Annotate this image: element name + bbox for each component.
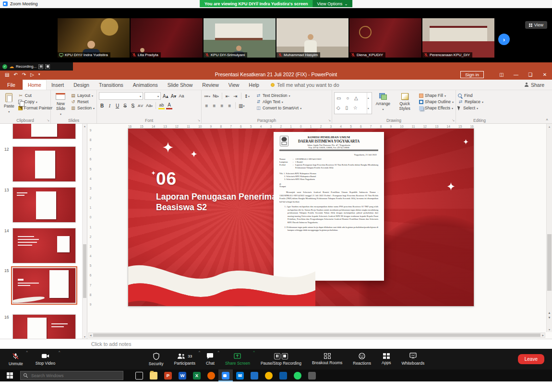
whiteboards-button[interactable]: Whiteboards bbox=[401, 349, 424, 369]
dialog-launcher-icon[interactable]: ↘ bbox=[328, 119, 331, 122]
whatsapp-icon[interactable] bbox=[290, 369, 305, 381]
powerpoint-icon[interactable]: P bbox=[161, 369, 175, 381]
customize-qat-icon[interactable]: ▾ bbox=[38, 72, 40, 76]
align-text-button[interactable]: ⇵Align Text▾ bbox=[256, 99, 301, 104]
tell-me-box[interactable]: Tell me what you want to do bbox=[271, 80, 339, 90]
photos-icon[interactable] bbox=[247, 369, 262, 381]
font-name-select[interactable]: ▾ bbox=[99, 92, 143, 100]
minimize-icon[interactable]: — bbox=[509, 69, 523, 80]
maximize-icon[interactable]: ❑ bbox=[523, 69, 538, 80]
breakout-rooms-button[interactable]: Breakout Rooms bbox=[312, 349, 342, 369]
underline-button[interactable]: U bbox=[114, 102, 120, 109]
next-slide-button[interactable]: ▼ bbox=[548, 316, 551, 319]
chevron-up-icon[interactable]: ^ bbox=[59, 350, 60, 354]
store-icon[interactable] bbox=[276, 369, 290, 381]
chrome-icon[interactable] bbox=[262, 369, 276, 381]
tab-slide-show[interactable]: Slide Show bbox=[163, 80, 198, 90]
collapse-ribbon-icon[interactable]: ˄ bbox=[546, 118, 548, 122]
chevron-up-icon[interactable]: ^ bbox=[199, 350, 200, 354]
cut-button[interactable]: ✂Cut bbox=[18, 93, 53, 98]
slide-thumbnail[interactable]: 16 bbox=[12, 314, 76, 339]
slide-thumbnail[interactable]: 14 bbox=[12, 228, 76, 263]
participant-tile[interactable]: Perencanaan KPU_DIY bbox=[422, 18, 494, 58]
slide-thumbnail-selected[interactable]: 15 bbox=[12, 268, 76, 303]
file-explorer-icon[interactable] bbox=[146, 369, 161, 381]
vertical-ruler[interactable]: 9876543210123456789 bbox=[88, 129, 93, 306]
tab-file[interactable]: File bbox=[0, 80, 23, 90]
chevron-up-icon[interactable]: ^ bbox=[218, 350, 219, 354]
dialog-launcher-icon[interactable]: ↘ bbox=[47, 119, 49, 122]
unmute-button[interactable]: Unmute ^ bbox=[9, 349, 23, 369]
slide-thumbnail-partial[interactable] bbox=[12, 124, 76, 139]
horizontal-ruler[interactable]: 1615141312111098765432101234567891011121… bbox=[128, 124, 474, 129]
word-icon[interactable]: W bbox=[175, 369, 190, 381]
zoom-icon[interactable] bbox=[218, 369, 233, 381]
text-shadow-button[interactable]: S bbox=[130, 102, 136, 109]
scrollbar-thumb[interactable] bbox=[547, 234, 552, 291]
tab-design[interactable]: Design bbox=[69, 80, 94, 90]
grow-font-button[interactable]: A▴ bbox=[162, 92, 169, 100]
shape-fill-button[interactable]: Shape Fill▾ bbox=[419, 93, 454, 98]
undo-icon[interactable]: ↶ bbox=[13, 72, 17, 77]
text-direction-button[interactable]: ⇄Text Direction▾ bbox=[256, 93, 301, 98]
section-button[interactable]: ▥Section▾ bbox=[71, 106, 95, 110]
italic-button[interactable]: I bbox=[107, 102, 113, 109]
clear-formatting-button[interactable]: Aa bbox=[178, 92, 184, 100]
participant-tile[interactable]: KPU DIY// Indra Yudistira bbox=[58, 18, 130, 58]
printer-icon[interactable] bbox=[305, 369, 319, 381]
columns-button[interactable]: ▥▾ bbox=[238, 102, 245, 109]
horizontal-scrollbar[interactable]: ◂ ▸ bbox=[88, 333, 545, 338]
slide-thumbnail[interactable]: 13 bbox=[12, 187, 76, 223]
leave-button[interactable]: Leave bbox=[518, 354, 544, 364]
shrink-font-button[interactable]: A▾ bbox=[170, 92, 177, 100]
copy-button[interactable]: Copy▾ bbox=[18, 99, 53, 104]
change-case-button[interactable]: Aa▾ bbox=[145, 102, 153, 109]
vertical-scrollbar[interactable]: ▴ ▾ bbox=[546, 124, 552, 332]
sign-in-button[interactable]: Sign in bbox=[460, 71, 484, 78]
justify-button[interactable]: ≡ bbox=[227, 102, 233, 109]
numbering-button[interactable]: №▾ bbox=[212, 92, 219, 100]
apps-button[interactable]: Apps bbox=[382, 349, 391, 369]
convert-smartart-button[interactable]: ◫Convert to SmartArt▾ bbox=[256, 106, 301, 110]
start-button[interactable] bbox=[0, 369, 19, 381]
slide[interactable]: 06 Laporan Penugasan Penerima Beasiswa S… bbox=[128, 129, 474, 306]
reset-button[interactable]: ↺Reset bbox=[71, 99, 95, 104]
align-center-button[interactable]: ≡ bbox=[211, 102, 217, 109]
tab-view[interactable]: View bbox=[224, 80, 244, 90]
scroll-up-icon[interactable]: ▴ bbox=[549, 125, 550, 128]
scroll-right-icon[interactable]: ▸ bbox=[542, 333, 544, 337]
close-icon[interactable]: ✕ bbox=[538, 69, 552, 80]
line-spacing-button[interactable]: ⇕▾ bbox=[244, 92, 250, 100]
paste-button[interactable]: Paste ▾ bbox=[2, 92, 16, 117]
slide-thumbnail[interactable]: 12 bbox=[12, 146, 76, 182]
font-color-button[interactable]: A bbox=[166, 102, 172, 109]
scroll-down-icon[interactable]: ▾ bbox=[84, 335, 85, 338]
thumbnail-scrollbar[interactable]: ▴ ▾ bbox=[82, 124, 87, 339]
save-icon[interactable]: ▤ bbox=[5, 72, 9, 77]
replace-button[interactable]: ⇄Replace▾ bbox=[458, 99, 501, 104]
redo-icon[interactable]: ↷ bbox=[22, 72, 26, 77]
tab-home[interactable]: Home bbox=[23, 80, 47, 90]
pause-recording-button[interactable] bbox=[38, 64, 43, 69]
scroll-down-icon[interactable]: ▾ bbox=[549, 328, 550, 331]
participant-tile[interactable]: KPU DIY-Srimulyani bbox=[204, 18, 276, 58]
firefox-icon[interactable] bbox=[204, 369, 218, 381]
excel-icon[interactable]: X bbox=[190, 369, 204, 381]
chat-button[interactable]: Chat ^ bbox=[206, 349, 215, 369]
select-button[interactable]: Select▾ bbox=[458, 106, 501, 110]
task-view-icon[interactable] bbox=[132, 369, 146, 381]
shapes-gallery-scrollbar[interactable]: ▴▾ bbox=[367, 93, 372, 114]
tab-transitions[interactable]: Transitions bbox=[94, 80, 128, 90]
align-right-button[interactable]: ≡ bbox=[219, 102, 225, 109]
stop-recording-button[interactable] bbox=[45, 64, 50, 69]
share-button[interactable]: Share bbox=[525, 80, 544, 90]
align-left-button[interactable]: ≡ bbox=[204, 102, 210, 109]
scroll-left-icon[interactable]: ◂ bbox=[90, 333, 92, 337]
shape-outline-button[interactable]: Shape Outline▾ bbox=[419, 99, 454, 104]
scrollbar-thumb[interactable] bbox=[83, 244, 86, 298]
character-spacing-button[interactable]: AV bbox=[137, 102, 144, 109]
arrange-button[interactable]: Arrange ▾ bbox=[374, 92, 392, 117]
pause-stop-recording-button[interactable]: Pause/Stop Recording bbox=[261, 349, 301, 369]
participant-tile[interactable]: Diena_KPUDIY bbox=[349, 18, 421, 58]
share-screen-button[interactable]: Share Screen ^ bbox=[225, 349, 250, 369]
